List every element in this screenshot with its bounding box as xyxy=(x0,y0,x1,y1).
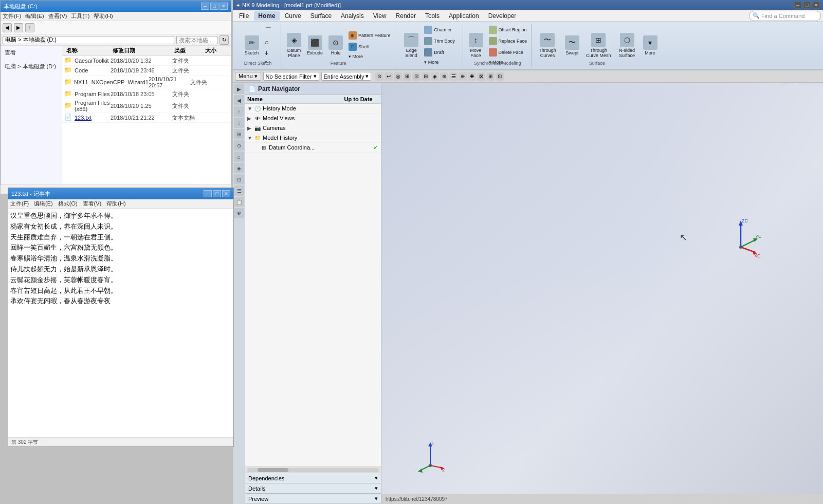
sel-icon-3[interactable]: ◎ xyxy=(394,72,402,81)
menu-dropdown-button[interactable]: Menu ▾ xyxy=(235,72,261,81)
explorer-row-5[interactable]: 📄 123.txt 2018/10/21 21:22 文本文档 xyxy=(62,113,231,123)
notepad-maximize-button[interactable]: □ xyxy=(213,190,221,197)
notepad-minimize-button[interactable]: ─ xyxy=(204,190,212,197)
replace-face-button[interactable]: Replace Face xyxy=(487,36,529,46)
sel-icon-5[interactable]: ⊡ xyxy=(412,72,420,81)
sidebar-icon-11[interactable]: 📋 xyxy=(234,197,244,207)
trim-body-button[interactable]: Trim Body xyxy=(422,36,457,46)
notepad-menu-format[interactable]: 格式(O) xyxy=(58,200,78,208)
nx-menu-curve[interactable]: Curve xyxy=(281,11,305,21)
datum-plane-button[interactable]: ◈ DatumPlane xyxy=(284,31,304,60)
nx-menu-tools[interactable]: Tools xyxy=(421,11,444,21)
sidebar-icon-12[interactable]: 👁 xyxy=(234,208,244,218)
explorer-menu-tools[interactable]: 工具(T) xyxy=(71,12,89,20)
sidebar-icon-3[interactable]: ↑ xyxy=(234,106,244,117)
offset-region-button[interactable]: Offset Region xyxy=(487,25,529,35)
through-curve-mesh-button[interactable]: ⊞ ThroughCurve Mesh xyxy=(584,31,613,60)
explorer-minimize-button[interactable]: ─ xyxy=(201,3,209,10)
sidebar-icon-8[interactable]: ◈ xyxy=(234,163,244,173)
swept-button[interactable]: 〜 Swept xyxy=(561,34,583,57)
explorer-up-button[interactable]: ↑ xyxy=(25,23,34,32)
pattern-feature-button[interactable]: ⊞ Pattern Feature xyxy=(346,30,393,41)
sel-icon-7[interactable]: ◈ xyxy=(431,72,439,81)
nx-menu-application[interactable]: Application xyxy=(445,11,483,21)
sketch-circle-button[interactable]: ○ xyxy=(263,37,274,47)
explorer-col-date[interactable]: 修改日期 xyxy=(111,47,172,54)
sel-icon-6[interactable]: ⊟ xyxy=(422,72,430,81)
sidebar-icon-6[interactable]: ⊙ xyxy=(234,140,244,151)
explorer-col-type[interactable]: 类型 xyxy=(172,47,203,54)
sketch-point-button[interactable]: + xyxy=(263,48,274,58)
explorer-row-4[interactable]: 📁 Program Files (x86) 2018/10/20 1:25 文件… xyxy=(62,99,231,113)
draft-button[interactable]: Draft xyxy=(422,47,457,58)
nx-minimize-button[interactable]: ─ xyxy=(794,2,801,9)
explorer-left-breadcrumb[interactable]: 电脑 > 本地磁盘 (D:) xyxy=(3,62,60,71)
sel-icon-4[interactable]: ⊞ xyxy=(403,72,411,81)
explorer-col-size[interactable]: 大小 xyxy=(203,47,229,54)
sel-icon-13[interactable]: ⊞ xyxy=(486,72,495,81)
history-mode-expand[interactable]: ▼ xyxy=(247,106,253,111)
notepad-menu-help[interactable]: 帮助(H) xyxy=(106,200,125,208)
explorer-address-input[interactable] xyxy=(3,36,174,44)
nav-item-model-history[interactable]: ▼ 📁 Model History xyxy=(245,133,381,143)
extrude-button[interactable]: ⬛ Extrude xyxy=(305,34,325,57)
nav-scroll-thumb[interactable] xyxy=(258,468,288,472)
nav-scrollbar[interactable] xyxy=(245,466,381,473)
delete-face-button[interactable]: Delete Face xyxy=(487,47,529,58)
sel-icon-1[interactable]: ⊙ xyxy=(375,72,383,81)
nx-close-button[interactable]: ✕ xyxy=(813,2,820,9)
explorer-row-3[interactable]: 📁 Program Files 2018/10/18 23:05 文件夹 xyxy=(62,89,231,99)
nav-section-details[interactable]: Details ▾ xyxy=(245,483,381,494)
nav-section-preview[interactable]: Preview ▾ xyxy=(245,494,381,504)
nav-item-model-views[interactable]: ▶ 👁 Model Views xyxy=(245,114,381,123)
explorer-row-0[interactable]: 📁 CaesarToolkit 2018/10/20 1:32 文件夹 xyxy=(62,56,231,66)
notepad-menu-view[interactable]: 查看(V) xyxy=(83,200,102,208)
sel-icon-8[interactable]: ⊛ xyxy=(440,72,448,81)
chamfer-button[interactable]: Chamfer xyxy=(422,25,457,35)
explorer-forward-button[interactable]: ▶ xyxy=(14,23,23,32)
notepad-menu-file[interactable]: 文件(F) xyxy=(10,200,29,208)
sel-icon-9[interactable]: ☰ xyxy=(449,72,458,81)
sel-icon-2[interactable]: ↩ xyxy=(385,72,393,81)
sidebar-icon-9[interactable]: ⊡ xyxy=(234,174,244,184)
nx-menu-surface[interactable]: Surface xyxy=(306,11,336,21)
explorer-menu-help[interactable]: 帮助(H) xyxy=(94,12,113,20)
sel-icon-10[interactable]: ⊕ xyxy=(459,72,467,81)
sidebar-icon-1[interactable]: ▶ xyxy=(234,84,244,94)
sidebar-icon-10[interactable]: ☰ xyxy=(234,185,244,196)
nx-menu-analysis[interactable]: Analysis xyxy=(337,11,368,21)
sketch-button[interactable]: ✏ Sketch xyxy=(242,34,262,57)
sel-icon-14[interactable]: ⊡ xyxy=(496,72,504,81)
3d-viewport[interactable]: ZC YC XC xyxy=(381,83,823,504)
feature-more-button[interactable]: ▾ More xyxy=(346,53,393,60)
sidebar-icon-2[interactable]: ◀ xyxy=(234,95,244,105)
nav-item-datum-coord[interactable]: ⊞ Datum Coordina... ✓ xyxy=(245,143,381,153)
cameras-expand[interactable]: ▶ xyxy=(247,125,253,131)
n-sided-surface-button[interactable]: ⬡ N-sidedSurface xyxy=(614,31,640,60)
notepad-menu-edit[interactable]: 编辑(E) xyxy=(34,200,53,208)
explorer-col-name[interactable]: 名称 xyxy=(64,47,111,54)
nx-menu-file[interactable]: File xyxy=(235,11,253,21)
hole-button[interactable]: ⊙ Hole xyxy=(326,34,345,57)
sidebar-icon-5[interactable]: ⊞ xyxy=(234,129,244,139)
notepad-text-area[interactable]: 汉皇重色思倾国，御宇多年求不得。 杨家有女初长成，养在深闺人未识。 天生丽质难自… xyxy=(8,209,233,437)
find-command-input[interactable]: 🔍 Find a Command xyxy=(749,11,821,21)
nx-maximize-button[interactable]: □ xyxy=(803,2,811,9)
explorer-menu-file[interactable]: 文件(F) xyxy=(3,12,21,20)
shell-button[interactable]: □ Shell xyxy=(346,42,393,52)
explorer-left-view[interactable]: 查看 xyxy=(3,48,60,58)
nav-item-history-mode[interactable]: ▼ 🕐 History Mode xyxy=(245,104,381,114)
notepad-close-button[interactable]: ✕ xyxy=(222,190,230,197)
sidebar-icon-7[interactable]: ⌂ xyxy=(234,152,244,162)
sel-icon-11[interactable]: ✚ xyxy=(468,72,476,81)
explorer-row-1[interactable]: 📁 Code 2018/10/19 23:46 文件夹 xyxy=(62,66,231,76)
move-face-button[interactable]: ↕ MoveFace xyxy=(466,31,486,60)
sel-icon-12[interactable]: ⊠ xyxy=(477,72,485,81)
edge-blend-button[interactable]: ⌒ EdgeBlend xyxy=(401,31,421,60)
selection-filter-dropdown[interactable]: No Selection Filter ▾ xyxy=(263,72,319,81)
explorer-refresh-button[interactable]: ↻ xyxy=(220,35,229,45)
nx-menu-home[interactable]: Home xyxy=(254,11,279,21)
model-views-expand[interactable]: ▶ xyxy=(247,116,253,121)
edge-more-button[interactable]: ▾ More xyxy=(422,59,457,66)
explorer-back-button[interactable]: ◀ xyxy=(3,23,12,32)
